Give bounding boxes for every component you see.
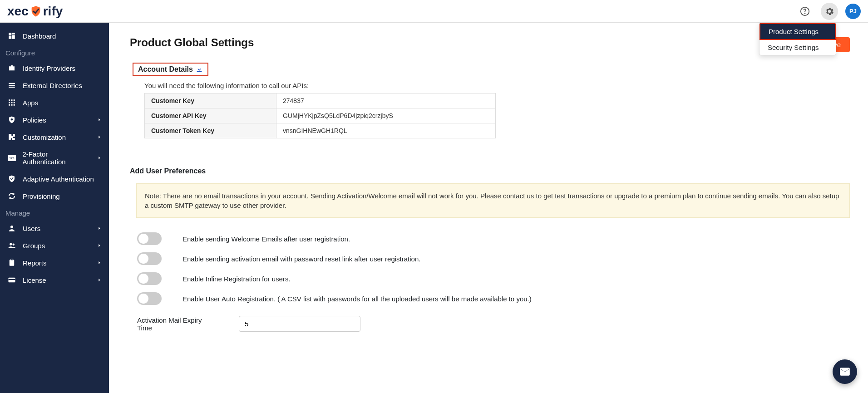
note-box: Note: There are no email transactions in… xyxy=(136,183,850,218)
expiry-label: Activation Mail Expiry Time xyxy=(137,316,218,332)
svg-rect-11 xyxy=(14,99,15,101)
sidebar-item-label: License xyxy=(23,276,46,284)
chevron-right-icon xyxy=(97,135,102,139)
sidebar-item-groups[interactable]: Groups xyxy=(0,237,109,254)
page-title: Product Global Settings xyxy=(130,36,850,49)
detail-key: Customer API Key xyxy=(145,108,276,123)
card-icon xyxy=(7,276,16,284)
main-content: Product Global Settings Account Details … xyxy=(109,23,868,393)
chevron-right-icon xyxy=(97,278,102,282)
svg-rect-7 xyxy=(9,85,15,86)
pref-row: Enable User Auto Registration. ( A CSV l… xyxy=(130,289,850,309)
pref-label: Enable User Auto Registration. ( A CSV l… xyxy=(182,295,532,303)
dropdown-item-security-settings[interactable]: Security Settings xyxy=(760,40,836,55)
svg-rect-4 xyxy=(12,35,15,39)
toggle-activation-email[interactable] xyxy=(137,252,162,265)
detail-key: Customer Key xyxy=(145,93,276,108)
svg-rect-6 xyxy=(9,83,15,84)
shield-search-icon xyxy=(7,116,16,124)
svg-point-1 xyxy=(804,13,805,14)
clipboard-icon xyxy=(7,259,16,267)
svg-rect-27 xyxy=(9,279,15,280)
svg-rect-14 xyxy=(14,102,15,103)
users-icon xyxy=(7,241,16,250)
sidebar-item-label: 2-Factor Authentication xyxy=(23,150,91,166)
sidebar-item-label: Apps xyxy=(23,99,38,107)
sidebar-item-license[interactable]: License xyxy=(0,271,109,289)
detail-value: vnsnGIHNEwGH1RQL xyxy=(276,123,496,138)
sidebar: Dashboard Configure Identity Providers E… xyxy=(0,23,109,393)
sidebar-item-customization[interactable]: Customization xyxy=(0,128,109,146)
sidebar-item-label: Adaptive Authentication xyxy=(23,175,94,183)
pref-label: Enable Inline Registration for users. xyxy=(182,275,291,283)
sidebar-item-reports[interactable]: Reports xyxy=(0,254,109,271)
detail-value: GUMjHYKjpZsQ5LdP6D4jzpiq2crzjbyS xyxy=(276,108,496,123)
help-icon[interactable] xyxy=(796,3,814,20)
logo[interactable]: xec rify xyxy=(7,4,63,19)
sidebar-item-2fa[interactable]: 123 2-Factor Authentication xyxy=(0,146,109,170)
puzzle-icon xyxy=(7,133,16,141)
dashboard-icon xyxy=(7,32,16,40)
sidebar-item-adaptive-auth[interactable]: Adaptive Authentication xyxy=(0,170,109,187)
pref-label: Enable sending activation email with pas… xyxy=(182,255,420,263)
list-icon xyxy=(7,81,16,89)
svg-text:123: 123 xyxy=(9,157,15,160)
separator xyxy=(130,155,850,155)
sidebar-item-label: Identity Providers xyxy=(23,64,75,72)
grid-icon xyxy=(7,98,16,107)
sidebar-item-label: Provisioning xyxy=(23,192,60,200)
svg-rect-12 xyxy=(9,102,10,103)
chevron-right-icon xyxy=(97,243,102,248)
svg-rect-24 xyxy=(10,260,15,266)
sidebar-item-external-directories[interactable]: External Directories xyxy=(0,77,109,94)
shield-check-icon xyxy=(7,175,16,183)
toggle-welcome-email[interactable] xyxy=(137,232,162,245)
chat-fab[interactable] xyxy=(833,359,857,384)
sidebar-item-label: Reports xyxy=(23,259,47,267)
chevron-right-icon xyxy=(97,260,102,265)
svg-point-18 xyxy=(11,118,13,121)
pref-row: Enable sending Welcome Emails after user… xyxy=(130,229,850,249)
dropdown-item-product-settings[interactable]: Product Settings xyxy=(760,23,836,40)
topbar: xec rify PJ xyxy=(0,0,868,23)
sidebar-item-provisioning[interactable]: Provisioning xyxy=(0,187,109,205)
sidebar-item-label: Groups xyxy=(23,242,45,250)
svg-rect-2 xyxy=(9,33,11,35)
toggle-auto-registration[interactable] xyxy=(137,292,162,305)
svg-rect-10 xyxy=(11,99,13,101)
sidebar-item-identity-providers[interactable]: Identity Providers xyxy=(0,59,109,77)
sidebar-item-users[interactable]: Users xyxy=(0,220,109,237)
sidebar-item-apps[interactable]: Apps xyxy=(0,94,109,111)
logo-prefix: xec xyxy=(7,4,29,19)
shield-icon xyxy=(30,5,42,18)
chevron-right-icon xyxy=(97,118,102,122)
logo-suffix: rify xyxy=(43,4,63,19)
detail-value: 274837 xyxy=(276,93,496,108)
pref-row: Enable Inline Registration for users. xyxy=(130,269,850,289)
settings-dropdown: Product Settings Security Settings xyxy=(759,23,836,55)
pref-row: Enable sending activation email with pas… xyxy=(130,249,850,269)
svg-rect-25 xyxy=(11,259,13,260)
svg-rect-13 xyxy=(11,102,13,103)
expiry-input[interactable] xyxy=(239,316,360,332)
sidebar-item-dashboard[interactable]: Dashboard xyxy=(0,27,109,44)
table-row: Customer Key 274837 xyxy=(145,93,496,108)
sidebar-item-label: Dashboard xyxy=(23,32,56,40)
chevron-right-icon xyxy=(97,226,102,231)
account-details-header: Account Details xyxy=(133,63,208,76)
table-row: Customer API Key GUMjHYKjpZsQ5LdP6D4jzpi… xyxy=(145,108,496,123)
sidebar-item-label: Users xyxy=(23,225,40,232)
detail-key: Customer Token Key xyxy=(145,123,276,138)
sidebar-item-policies[interactable]: Policies xyxy=(0,111,109,128)
avatar[interactable]: PJ xyxy=(845,4,861,19)
sidebar-section-manage: Manage xyxy=(0,205,109,220)
download-icon[interactable] xyxy=(196,66,203,73)
briefcase-icon xyxy=(7,64,16,72)
expiry-row: Activation Mail Expiry Time xyxy=(130,309,850,332)
sync-icon xyxy=(7,192,16,200)
toggle-inline-registration[interactable] xyxy=(137,272,162,285)
chevron-right-icon xyxy=(97,156,102,160)
svg-rect-5 xyxy=(9,36,11,39)
gear-icon[interactable] xyxy=(821,3,838,20)
prefs-title: Add User Preferences xyxy=(130,167,850,175)
